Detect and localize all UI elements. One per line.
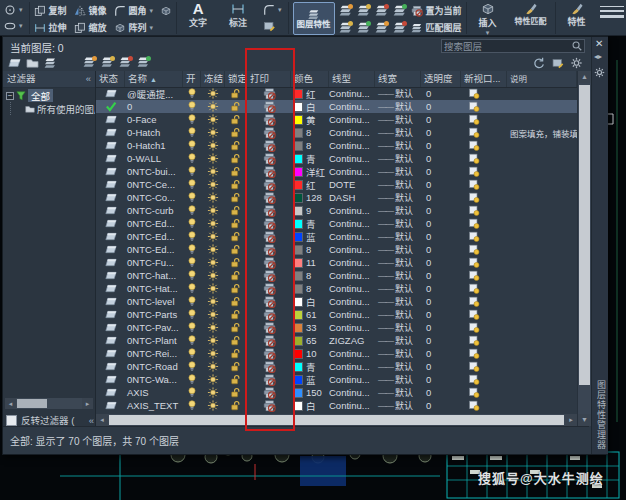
layer-freeze-toggle[interactable] bbox=[201, 334, 225, 347]
layer-lineweight[interactable]: ——默认 bbox=[375, 399, 421, 412]
layer-plot-toggle[interactable] bbox=[247, 347, 291, 360]
layer-on-toggle[interactable] bbox=[183, 204, 201, 217]
layer-on-icon[interactable] bbox=[393, 21, 407, 34]
layer-on-toggle[interactable] bbox=[183, 256, 201, 269]
layer-lineweight[interactable]: ——默认 bbox=[375, 347, 421, 360]
layer-freeze-toggle[interactable] bbox=[201, 399, 225, 412]
leader-button[interactable]: ▾ bbox=[263, 3, 282, 17]
layer-new-vp-toggle[interactable] bbox=[461, 152, 507, 165]
layer-color-cell[interactable]: 9 bbox=[291, 204, 329, 217]
scroll-down-icon[interactable]: ▼ bbox=[578, 414, 591, 426]
layer-lock-toggle[interactable] bbox=[225, 243, 247, 256]
layer-on-toggle[interactable] bbox=[183, 386, 201, 399]
layer-linetype[interactable]: Continu... bbox=[329, 126, 375, 139]
table-button[interactable] bbox=[263, 19, 282, 33]
layer-new-vp-toggle[interactable] bbox=[461, 282, 507, 295]
layer-freeze-toggle[interactable] bbox=[201, 347, 225, 360]
horizontal-scrollbar[interactable]: ◂ ▸ bbox=[96, 414, 577, 426]
layer-lock-toggle[interactable] bbox=[225, 256, 247, 269]
layer-off-icon[interactable] bbox=[393, 4, 407, 17]
layer-lineweight[interactable]: ——默认 bbox=[375, 230, 421, 243]
stretch-button[interactable]: 拉伸 bbox=[34, 21, 67, 34]
layer-transparency[interactable]: 0 bbox=[421, 243, 461, 256]
collapse-filter-icon[interactable]: « bbox=[86, 71, 91, 87]
layer-transparency[interactable]: 0 bbox=[421, 399, 461, 412]
layer-on-toggle[interactable] bbox=[183, 100, 201, 113]
layer-new-vp-toggle[interactable] bbox=[461, 334, 507, 347]
layer-on-toggle[interactable] bbox=[183, 308, 201, 321]
layer-lineweight[interactable]: ——默认 bbox=[375, 87, 421, 100]
layer-new-vp-toggle[interactable] bbox=[461, 360, 507, 373]
layer-on-toggle[interactable] bbox=[183, 191, 201, 204]
layer-row[interactable]: 0-Hatch 8 Continu... ——默认 0 图案填充，铺装填充 bbox=[96, 126, 577, 139]
layer-freeze-icon[interactable] bbox=[375, 4, 389, 17]
layer-lock-toggle[interactable] bbox=[225, 204, 247, 217]
layer-linetype[interactable]: Continu... bbox=[329, 308, 375, 321]
layer-on-toggle[interactable] bbox=[183, 269, 201, 282]
layer-linetype[interactable]: Continu... bbox=[329, 256, 375, 269]
layer-lineweight[interactable]: ——默认 bbox=[375, 243, 421, 256]
layer-color-cell[interactable]: 128 bbox=[291, 191, 329, 204]
layer-new-vp-toggle[interactable] bbox=[461, 399, 507, 412]
layer-lock-toggle[interactable] bbox=[225, 139, 247, 152]
layer-new-vp-toggle[interactable] bbox=[461, 217, 507, 230]
layer-row[interactable]: 0NTC-level 白 Continu... ——默认 0 bbox=[96, 295, 577, 308]
layer-lock-toggle[interactable] bbox=[225, 165, 247, 178]
layer-on-toggle[interactable] bbox=[183, 230, 201, 243]
layer-row[interactable]: 0NTC-hat... 8 Continu... ——默认 0 bbox=[96, 269, 577, 282]
layer-transparency[interactable]: 0 bbox=[421, 113, 461, 126]
layer-transparency[interactable]: 0 bbox=[421, 321, 461, 334]
layer-lineweight[interactable]: ——默认 bbox=[375, 308, 421, 321]
layer-lineweight[interactable]: ——默认 bbox=[375, 256, 421, 269]
layer-walk-icon[interactable] bbox=[339, 4, 353, 17]
new-layer-icon[interactable] bbox=[83, 56, 97, 69]
col-lock[interactable]: 锁定 bbox=[225, 71, 247, 87]
layer-transparency[interactable]: 0 bbox=[421, 386, 461, 399]
layer-transparency[interactable]: 0 bbox=[421, 373, 461, 386]
layer-on-toggle[interactable] bbox=[183, 243, 201, 256]
layer-new-vp-toggle[interactable] bbox=[461, 321, 507, 334]
refresh-icon[interactable] bbox=[532, 57, 545, 69]
layer-freeze-toggle[interactable] bbox=[201, 230, 225, 243]
layer-transparency[interactable]: 0 bbox=[421, 152, 461, 165]
layer-row[interactable]: AXIS 150 Continu... ——默认 0 bbox=[96, 386, 577, 399]
col-freeze[interactable]: 冻结 bbox=[201, 71, 225, 87]
lineweight-preview[interactable] bbox=[600, 6, 624, 28]
layer-lock-toggle[interactable] bbox=[225, 347, 247, 360]
layer-lock-toggle[interactable] bbox=[225, 87, 247, 100]
layer-new-vp-toggle[interactable] bbox=[461, 139, 507, 152]
layer-row[interactable]: 0NTC-Plant 65 ZIGZAG ——默认 0 bbox=[96, 334, 577, 347]
layer-name[interactable]: 0NTC-Wa... bbox=[125, 373, 183, 386]
layer-transparency[interactable]: 0 bbox=[421, 295, 461, 308]
scroll-up-icon[interactable]: ▲ bbox=[578, 71, 591, 83]
layer-name[interactable]: @暖通提... bbox=[125, 87, 183, 100]
layer-lock-toggle[interactable] bbox=[225, 334, 247, 347]
layer-new-vp-toggle[interactable] bbox=[461, 113, 507, 126]
layer-freeze-toggle[interactable] bbox=[201, 256, 225, 269]
layer-freeze-toggle[interactable] bbox=[201, 152, 225, 165]
layer-on-toggle[interactable] bbox=[183, 282, 201, 295]
layer-linetype[interactable]: Continu... bbox=[329, 113, 375, 126]
layer-row[interactable]: 0NTC-Ed... 蓝 Continu... ——默认 0 bbox=[96, 230, 577, 243]
layer-new-vp-toggle[interactable] bbox=[461, 269, 507, 282]
layer-name[interactable]: 0NTC-Plant bbox=[125, 334, 183, 347]
layer-new-vp-toggle[interactable] bbox=[461, 308, 507, 321]
layer-lineweight[interactable]: ——默认 bbox=[375, 282, 421, 295]
layer-lineweight[interactable]: ——默认 bbox=[375, 191, 421, 204]
layer-freeze-toggle[interactable] bbox=[201, 165, 225, 178]
scroll-left-icon[interactable]: ◂ bbox=[5, 398, 16, 409]
layer-row[interactable]: 0 白 Continu... ——默认 0 bbox=[96, 100, 577, 113]
layer-row[interactable]: 0NTC-bui... 洋红 Continu... ——默认 0 bbox=[96, 165, 577, 178]
layer-row[interactable]: 0-WALL 青 Continu... ——默认 0 bbox=[96, 152, 577, 165]
layer-color-cell[interactable]: 红 bbox=[291, 178, 329, 191]
layer-lock-toggle[interactable] bbox=[225, 399, 247, 412]
col-linetype[interactable]: 线型 bbox=[329, 71, 375, 87]
layer-lock-toggle[interactable] bbox=[225, 360, 247, 373]
layer-new-vp-toggle[interactable] bbox=[461, 386, 507, 399]
layer-transparency[interactable]: 0 bbox=[421, 347, 461, 360]
new-layer-vp-frozen-icon[interactable] bbox=[101, 56, 115, 69]
col-color[interactable]: 颜色 bbox=[291, 71, 329, 87]
layer-lineweight[interactable]: ——默认 bbox=[375, 152, 421, 165]
layer-plot-toggle[interactable] bbox=[247, 139, 291, 152]
layer-color-cell[interactable]: 8 bbox=[291, 126, 329, 139]
